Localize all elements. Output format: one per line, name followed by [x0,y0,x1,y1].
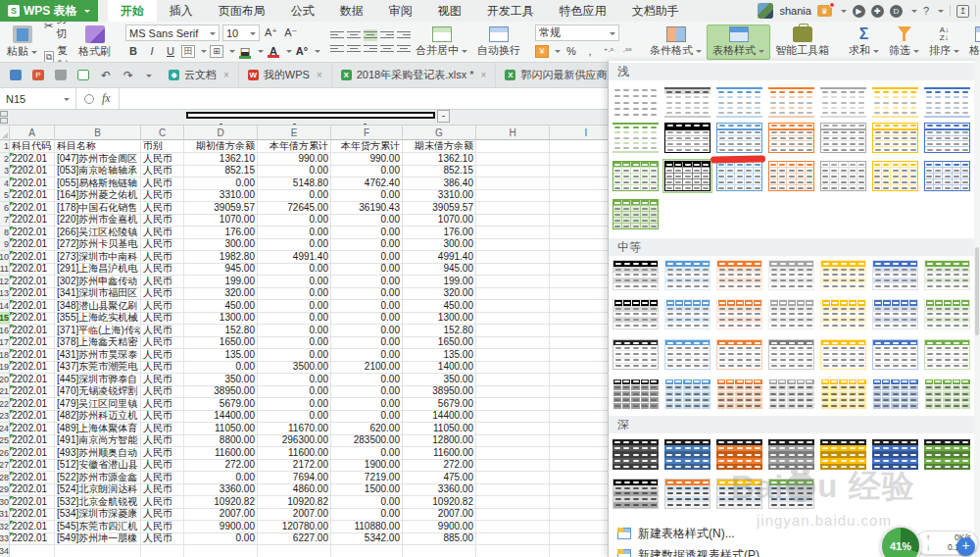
cell[interactable]: 36190.43 [331,202,403,215]
cell[interactable] [476,532,550,545]
cell[interactable]: 1300.00 [403,312,476,325]
cell[interactable]: 本年贷方累计 [331,140,403,153]
cell[interactable]: 0.00 [258,349,331,362]
cell[interactable]: 2007.00 [184,508,258,521]
cell[interactable] [550,459,608,472]
cell[interactable]: 2202.01 [10,251,55,264]
print-preview-icon[interactable] [75,68,91,83]
cell[interactable] [403,545,476,557]
row-header-24[interactable]: 24 [0,423,10,435]
cell[interactable]: [220]苏州市金嘉机 [55,214,141,227]
cell[interactable] [550,238,608,251]
row-header-25[interactable]: 25 [0,434,10,447]
cell[interactable] [550,472,608,484]
column-header-H[interactable]: H [476,125,550,140]
cell[interactable]: [532]北京金航锐视 [55,496,141,509]
cell[interactable] [476,287,550,300]
cell[interactable]: 本年借方累计 [258,140,331,153]
outline-level-buttons[interactable] [0,111,8,125]
cell[interactable]: 7694.00 [258,472,331,484]
table-style-option[interactable] [767,438,815,471]
table-style-option[interactable] [663,259,711,291]
cell[interactable]: 2202.01 [10,410,55,423]
cell[interactable]: 1982.80 [184,251,258,264]
cell[interactable]: [273]深圳市中南科 [55,251,141,264]
number-format-select[interactable]: 常规 [535,25,619,41]
cell[interactable]: 0.00 [258,325,331,337]
row-header-10[interactable]: 10 [0,251,10,264]
cell[interactable] [141,545,184,557]
cell[interactable]: 2202.01 [10,214,55,227]
menu-tab-1[interactable]: 插入 [157,0,206,22]
cell[interactable]: 科目名称 [55,140,141,153]
row-header-22[interactable]: 22 [0,398,10,411]
cell[interactable]: [291]上海昌沪机电 [55,263,141,276]
decrease-indent-icon[interactable] [380,29,394,41]
doc-tab-0[interactable]: ◆云文档× [160,63,239,87]
table-style-option[interactable] [612,259,660,291]
table-style-option[interactable] [663,338,711,371]
cell[interactable] [550,483,608,496]
percent-icon[interactable]: % [564,43,579,59]
menu-tab-2[interactable]: 页面布局 [206,0,278,22]
currency-icon[interactable]: ¥ [535,45,549,58]
app-menu-button[interactable]: S WPS 表格 [0,0,98,22]
cell[interactable]: 350.00 [184,374,258,386]
cell[interactable] [55,545,141,557]
cell[interactable]: [355]上海屹实机械 [55,312,141,325]
cell[interactable] [476,227,550,239]
cell[interactable] [550,374,608,386]
cell[interactable] [550,227,608,239]
cell[interactable] [550,140,608,153]
cell[interactable]: [178]中国石化销售 [55,202,141,215]
cell[interactable]: 2202.01 [10,434,55,447]
cell[interactable]: 12800.00 [403,434,476,447]
cell[interactable]: 人民币 [141,336,184,349]
help-icon[interactable]: ? [923,5,929,17]
cell[interactable]: [549]苏州坤一朋橡 [55,532,141,545]
cell[interactable]: 2202.01 [10,398,55,411]
cell[interactable]: 人民币 [141,238,184,251]
cell[interactable]: 272.00 [184,459,258,472]
table-style-option[interactable] [871,86,919,119]
filter-button[interactable]: 筛选 [884,25,924,59]
cell[interactable]: 0.00 [331,189,403,202]
cell[interactable]: 2202.01 [10,227,55,239]
cell[interactable]: 币别 [141,140,184,153]
cell[interactable]: [524]北京朗润达科 [55,483,141,496]
save-icon[interactable] [8,68,24,83]
cell[interactable]: 2202.01 [10,153,55,166]
table-style-option[interactable] [871,338,919,371]
decrease-decimal-icon[interactable]: ·⁰⁰ [619,43,635,59]
cell[interactable]: 人民币 [141,374,184,386]
cell[interactable]: 350.00 [403,374,476,386]
table-style-option[interactable] [923,160,971,192]
cell[interactable]: 0.00 [258,263,331,276]
cell[interactable]: [437]东莞市潮莞电 [55,361,141,374]
table-style-option[interactable] [871,160,919,192]
cell[interactable]: [489]上海体聚体育 [55,423,141,435]
widget-plus-button[interactable]: + [956,537,975,556]
row-header-28[interactable]: 28 [0,472,10,484]
cell[interactable]: 945.00 [184,263,258,276]
cell[interactable]: 386.40 [403,177,476,190]
cell[interactable]: 300.00 [403,238,476,251]
table-style-option[interactable] [612,198,660,230]
chevron-down-icon[interactable] [555,50,561,56]
menu-tab-0[interactable]: 开始 [108,0,157,22]
cell[interactable] [476,385,550,398]
cell[interactable] [476,423,550,435]
close-icon[interactable]: × [317,70,322,80]
cell[interactable]: 8800.00 [184,434,258,447]
object-minimize-button[interactable]: - [437,110,450,123]
cell[interactable]: 14400.00 [184,410,258,423]
row-header-12[interactable]: 12 [0,276,10,288]
cell[interactable]: 0.00 [184,177,258,190]
cell[interactable]: 0.00 [331,496,403,509]
cell[interactable]: 2202.01 [10,202,55,215]
cell[interactable]: 1650.00 [184,336,258,349]
cell[interactable]: 0.00 [258,385,331,398]
cell[interactable]: 人民币 [141,153,184,166]
cell[interactable] [550,165,608,177]
align-middle-icon[interactable] [347,29,361,41]
